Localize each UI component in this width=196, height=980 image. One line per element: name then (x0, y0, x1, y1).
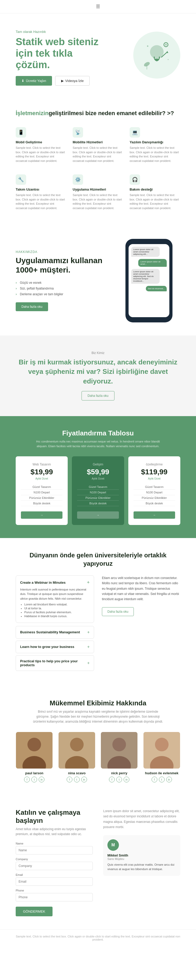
pricing-features-1: Güzel TasarımN100 DepartPürüzsüz Etkinli… (77, 484, 119, 506)
about-left: Hakkımızda Uygulamamızı kullanan 1000+ m… (16, 250, 107, 311)
social-instagram-0[interactable]: in (39, 776, 45, 783)
pricing-period-2: Aylık Ücret (134, 477, 175, 480)
accordion-item-1[interactable]: Learn how to grow your business + (16, 641, 94, 653)
hero-title-line1: Statik web siteniz (16, 36, 99, 47)
svg-rect-2 (155, 60, 158, 61)
pricing-feature: Güzel Tasarım (21, 484, 62, 490)
accordion-label-1: Learn how to grow your business (20, 645, 74, 649)
demo-icon: ⬇ (21, 79, 24, 83)
about-list-item-1: Sizi, şeftali fiyatlandırma (16, 286, 107, 291)
feature-title-1: Mobilite Hizmetleri (73, 140, 123, 144)
svg-text:✦: ✦ (147, 45, 149, 48)
contact-section: Katılın ve çalışmaya başlayın Amet tellu… (0, 795, 196, 929)
team-social-1: f t in (58, 776, 96, 783)
webinar-header: Create a Webinar in Minutes + (20, 580, 90, 585)
biz-section: Biz Kimiz Bir iş mi kurmak istiyorsunuz,… (0, 336, 196, 416)
phone-label: Phone (16, 889, 93, 892)
feature-desc-3: Sample text. Click to select the text bo… (16, 193, 66, 210)
feature-icon-3: 🔧 (16, 174, 26, 185)
team-name-1: nina scavo (58, 771, 96, 775)
svg-rect-1 (155, 59, 159, 60)
name-input[interactable] (16, 846, 93, 854)
team-title: Mükemmel Ekibimiz Hakkında (16, 699, 180, 707)
about-list-item-2: Derleme araçları ve tam bilgiler (16, 291, 107, 297)
social-facebook-0[interactable]: f (24, 776, 30, 783)
hero-left: Tam olarak Hazırdık Statik web siteniz i… (16, 30, 99, 85)
feature-card-5: 🎧 Bakım desteği Sample text. Click to se… (130, 172, 180, 213)
social-twitter-0[interactable]: t (31, 776, 37, 783)
about-tag: Hakkımızda (16, 250, 107, 254)
demo-button[interactable]: ⬇ Ücretiz Yap̈ın (16, 76, 52, 86)
social-facebook-2[interactable]: f (109, 776, 115, 783)
submit-button[interactable]: GÖNDERMEK (16, 907, 53, 916)
name-label: Name (16, 842, 93, 845)
social-instagram-1[interactable]: in (81, 776, 87, 783)
social-twitter-1[interactable]: t (74, 776, 80, 783)
team-photo-0 (16, 732, 53, 768)
feature-icon-2: 💻 (130, 127, 140, 138)
team-card-3: hudson ile evlenmek f t in (143, 732, 180, 783)
pricing-features-2: Güzel TasarımN100 DepartPürüzsüz Etkinli… (134, 484, 175, 506)
partner-more-button[interactable]: Daha fazla oku (102, 607, 134, 616)
pricing-btn-1[interactable]: → (77, 511, 119, 519)
company-input[interactable] (16, 862, 93, 870)
feature-desc-5: Sample text. Click to select the text bo… (130, 193, 180, 210)
team-card-2: nick perry f t in (100, 732, 138, 783)
about-list-item-0: Güçlü ve esnek (16, 280, 107, 286)
testimonial-name: Mikkel Smith (107, 853, 176, 857)
hero-buttons: ⬇ Ücretiz Yap̈ın ▶ Videoya İzle (16, 76, 99, 86)
accordion-item-2[interactable]: Practical tips to help you price your pr… (16, 655, 94, 671)
bulb-illustration: ✦ ✦ (133, 32, 180, 79)
pricing-plan-2: özelleştirme (134, 463, 175, 466)
pricing-feature: Büyük destek (77, 501, 119, 506)
feature-title-2: Yazılım Danışmanlığı (130, 140, 180, 144)
feature-title-4: Uygulama Hizmetleri (73, 188, 123, 191)
pricing-cards: Web Tasarım $19,99 Aylık Ücret Güzel Tas… (16, 456, 180, 525)
biz-more-button[interactable]: Daha fazla oku (81, 391, 115, 401)
video-button[interactable]: ▶ Videoya İzle (55, 76, 90, 86)
social-facebook-3[interactable]: f (151, 776, 157, 783)
biz-title: Bir iş mi kurmak istiyorsunuz, ancak den… (16, 357, 180, 386)
accordion-item-0[interactable]: Business Sustainability Management + (16, 626, 94, 638)
phone-input[interactable] (16, 893, 93, 901)
svg-point-18 (112, 738, 126, 751)
team-photo-3 (143, 732, 180, 768)
accordions: Business Sustainability Management + Lea… (16, 626, 94, 671)
about-section: Hakkımızda Uygulamamızı kullanan 1000+ m… (0, 226, 196, 336)
social-twitter-2[interactable]: t (116, 776, 122, 783)
webinar-item-0: Lorem ad tincidunt libero volutpat. (24, 603, 90, 606)
pricing-feature: Pürüzsüz Etkinlikler (134, 495, 175, 501)
pricing-section: Fiyatlandırma Tablosu Hıc condimentum nu… (0, 416, 196, 538)
team-photo-2 (101, 732, 137, 768)
webinar-card: Create a Webinar in Minutes + Intentum v… (16, 575, 94, 623)
webinar-expand-icon[interactable]: + (87, 580, 90, 585)
hero-title: Statik web siteniz için tek tıkla çözüm. (16, 36, 99, 70)
webinar-body: Intentum velit susmod in pellentesque nu… (20, 587, 90, 601)
testimonial-text: Quis viverra elit cras pulvinar mattis. … (107, 862, 176, 872)
svg-point-15 (70, 738, 84, 751)
team-social-3: f t in (143, 776, 180, 783)
chat-bubble-2: Lorem ipsum dolor sit amet... (138, 259, 167, 267)
social-twitter-3[interactable]: t (159, 776, 165, 783)
pricing-btn-2[interactable]: → (134, 511, 175, 519)
pricing-feature: Güzel Tasarım (77, 484, 119, 490)
social-instagram-3[interactable]: in (166, 776, 172, 783)
svg-point-21 (155, 738, 169, 751)
email-form-group: Email (16, 873, 93, 886)
partner-content: Create a Webinar in Minutes + Intentum v… (16, 575, 180, 673)
social-facebook-1[interactable]: f (67, 776, 72, 783)
pricing-btn-0[interactable]: → (21, 511, 62, 519)
about-more-button[interactable]: Daha fazla oku (16, 302, 48, 311)
contact-form: Name Company Email Phone GÖNDERMEK (16, 842, 93, 916)
hero-title-line2: için tek tıkla (16, 48, 73, 59)
feature-icon-1: 📡 (73, 127, 83, 138)
menu-icon[interactable]: ☰ (96, 4, 100, 10)
chat-bubble-3: Lorem ipsum dolor sit amet consectetur a… (131, 269, 160, 284)
about-title: Uygulamamızı kullanan 1000+ müşteri. (16, 256, 107, 275)
social-instagram-2[interactable]: in (124, 776, 129, 783)
feature-desc-1: Sample text. Click to select the text bo… (73, 146, 123, 163)
pricing-card-1: Gelişim $59,99 Aylık Ücret Güzel Tasarım… (72, 456, 124, 525)
email-input[interactable] (16, 877, 93, 886)
feature-icon-5: 🎧 (130, 174, 140, 185)
pricing-title: Fiyatlandırma Tablosu (16, 429, 180, 437)
